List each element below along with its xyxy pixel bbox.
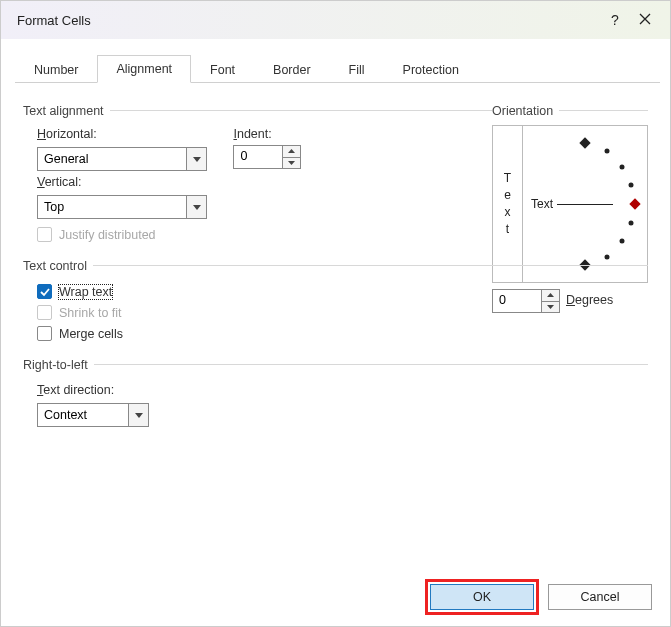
tab-strip: Number Alignment Font Border Fill Protec… — [15, 53, 660, 83]
orientation-panel: Text Text — [492, 125, 648, 283]
orientation-tick-icon — [628, 220, 633, 225]
orientation-tick-icon — [620, 164, 625, 169]
dialog-footer: OK Cancel — [1, 578, 670, 626]
orientation-tick-icon — [579, 137, 590, 148]
vertical-combo[interactable]: Top — [37, 195, 207, 219]
justify-distributed-label: Justify distributed — [59, 228, 156, 242]
cancel-button[interactable]: Cancel — [548, 584, 652, 610]
orientation-dial-text: Text — [531, 197, 553, 211]
rtl-section: Right-to-left Text direction: Context — [23, 355, 648, 427]
vertical-label: Vertical: — [37, 175, 207, 189]
text-alignment-label: Text alignment — [23, 104, 110, 118]
text-direction-label: Text direction: — [37, 383, 648, 397]
checkbox-box — [37, 284, 52, 299]
rtl-label: Right-to-left — [23, 358, 94, 372]
close-button[interactable] — [630, 12, 660, 28]
window-title: Format Cells — [11, 13, 600, 28]
indent-value: 0 — [234, 146, 282, 168]
tab-fill[interactable]: Fill — [330, 56, 384, 83]
orientation-tick-icon — [620, 239, 625, 244]
orientation-tick-icon — [605, 255, 610, 260]
divider — [23, 364, 648, 365]
ok-button[interactable]: OK — [430, 584, 534, 610]
orientation-section: Orientation Text Text — [492, 101, 648, 313]
tab-font[interactable]: Font — [191, 56, 254, 83]
degrees-spinner[interactable]: 0 — [492, 289, 560, 313]
spin-down-icon[interactable] — [283, 158, 300, 169]
checkbox-box — [37, 227, 52, 242]
degrees-label: Degrees — [566, 293, 613, 307]
check-icon — [40, 287, 50, 297]
orientation-indicator-line — [557, 204, 613, 205]
spin-up-icon[interactable] — [542, 290, 559, 302]
checkbox-box — [37, 326, 52, 341]
orientation-tick-icon — [605, 148, 610, 153]
chevron-down-icon — [186, 196, 206, 218]
chevron-down-icon — [186, 148, 206, 170]
merge-cells-checkbox[interactable]: Merge cells — [37, 326, 648, 341]
orientation-dial[interactable]: Text — [523, 126, 647, 282]
help-button[interactable]: ? — [600, 12, 630, 28]
text-control-label: Text control — [23, 259, 93, 273]
horizontal-value: General — [38, 152, 186, 166]
checkbox-box — [37, 305, 52, 320]
tab-alignment[interactable]: Alignment — [97, 55, 191, 83]
spin-down-icon[interactable] — [542, 302, 559, 313]
tab-border[interactable]: Border — [254, 56, 330, 83]
merge-label: Merge cells — [59, 327, 123, 341]
close-icon — [639, 13, 651, 25]
format-cells-dialog: Format Cells ? Number Alignment Font Bor… — [0, 0, 671, 627]
tab-number[interactable]: Number — [15, 56, 97, 83]
text-direction-value: Context — [38, 408, 128, 422]
degrees-value: 0 — [493, 290, 541, 312]
spin-up-icon[interactable] — [283, 146, 300, 158]
chevron-down-icon — [128, 404, 148, 426]
tab-protection[interactable]: Protection — [384, 56, 478, 83]
spinner-buttons — [541, 290, 559, 312]
content-area: Text alignment Horizontal: General Verti… — [1, 83, 670, 578]
orientation-label: Orientation — [492, 104, 559, 118]
horizontal-combo[interactable]: General — [37, 147, 207, 171]
text-direction-combo[interactable]: Context — [37, 403, 149, 427]
shrink-label: Shrink to fit — [59, 306, 122, 320]
titlebar: Format Cells ? — [1, 1, 670, 39]
vertical-value: Top — [38, 200, 186, 214]
wrap-text-label: Wrap text — [59, 285, 112, 299]
orientation-vertical-text-button[interactable]: Text — [493, 126, 523, 282]
divider — [23, 265, 648, 266]
orientation-handle-icon — [629, 198, 640, 209]
spinner-buttons — [282, 146, 300, 168]
indent-label: Indent: — [233, 127, 301, 141]
horizontal-label: Horizontal: — [37, 127, 207, 141]
indent-spinner[interactable]: 0 — [233, 145, 301, 169]
orientation-tick-icon — [628, 183, 633, 188]
